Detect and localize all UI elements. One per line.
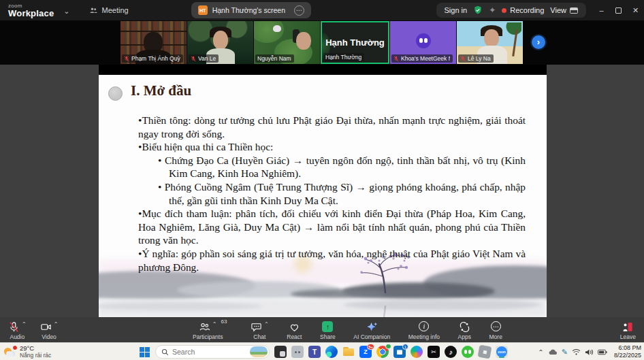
bullet-paragraph-4: •Ý nghĩa: góp phần soi sáng giá trị tư t…	[138, 247, 526, 274]
volume-icon[interactable]	[585, 348, 594, 356]
meeting-info-button[interactable]: i Meeting info	[408, 317, 440, 342]
folder-body	[343, 348, 354, 356]
participant-tile-pham-thi-anh-quynh[interactable]: Phạm Thị Ánh Quỳnh	[120, 21, 187, 64]
brand-workplace-label: Workplace	[8, 9, 54, 18]
participant-tile-nguyen-nam[interactable]: Nguyễn Nam	[254, 21, 320, 64]
onedrive-cloud-icon[interactable]	[548, 348, 558, 355]
audio-button[interactable]: ⌃ Audio	[8, 317, 27, 342]
search-highlight-landscape-thumbnail[interactable]	[250, 346, 268, 357]
meeting-people-icon	[89, 6, 98, 15]
bot-avatar	[416, 33, 431, 48]
tab-hanh-thuong-screen[interactable]: HT Hạnh Thường's screen ⋯	[191, 2, 311, 18]
zalo-notification-badge: 5+	[367, 344, 374, 350]
more-ellipsis-icon: ⋯	[491, 321, 501, 331]
ai-companion-label: AI Companion	[353, 333, 390, 340]
store-notification-badge: 1	[402, 344, 408, 350]
widget-dot	[295, 351, 297, 353]
participants-button[interactable]: 63 ⌃ Participants	[193, 317, 232, 342]
tiktok-icon[interactable]: ♪	[445, 346, 457, 358]
zoom-workplace-logo[interactable]: zoom Workplace	[8, 3, 54, 18]
participant-tile-meetgeek-bot[interactable]: Khoa's MeetGeek Note...	[390, 21, 456, 64]
apps-button[interactable]: Apps	[458, 317, 471, 342]
zoom-app-icon-active[interactable]: zoom	[496, 346, 508, 358]
task-view-button[interactable]	[274, 346, 287, 358]
muted-mic-icon	[8, 321, 20, 333]
sub-bullet-paragraph-2: • Phóng Cuồng Ngâm (Tuệ Trung Thượng Sĩ)…	[158, 180, 526, 207]
search-input[interactable]	[172, 348, 246, 356]
tab-meeting[interactable]: Meeting	[89, 6, 129, 15]
tab-options-icon[interactable]: ⋯	[294, 5, 304, 16]
tray-chevron-up-icon[interactable]: ⌃	[538, 348, 543, 356]
sub-bullet-paragraph-1: • Chứng Đạo Ca (Huyền Giác) → tuyên ngôn…	[158, 154, 526, 180]
copilot-icon[interactable]	[410, 346, 423, 358]
wifi-icon[interactable]	[572, 348, 581, 355]
shared-screen-black-bar	[99, 65, 547, 75]
music-note-icon: ♪	[449, 348, 453, 356]
participant-tile-hanh-thuong-active-speaker[interactable]: Hạnh Thường Hạnh Thường	[321, 21, 389, 64]
chat-label: Chat	[253, 333, 265, 340]
microsoft-teams-icon[interactable]: T	[308, 346, 321, 358]
weather-widget[interactable]: 29°C Nắng rải rác	[4, 344, 51, 360]
title-bar: zoom Workplace ⌄ Meeting HT Hạnh Thường'…	[0, 0, 644, 20]
microsoft-edge-icon[interactable]	[325, 346, 338, 358]
sign-in-button[interactable]: Sign in	[445, 6, 468, 14]
security-shield-icon[interactable]	[473, 5, 483, 15]
video-button[interactable]: ⌃ Video	[40, 317, 59, 342]
next-page-participants-button[interactable]: ›	[532, 35, 545, 49]
meeting-info-label: Meeting info	[408, 333, 440, 340]
maximize-button[interactable]	[610, 0, 627, 20]
widgets-button[interactable]	[291, 346, 304, 358]
taskbar-clock[interactable]: 6:08 PM 8/22/2025	[614, 344, 641, 359]
share-label: Share	[320, 333, 336, 340]
zalo-icon[interactable]: Z5+	[359, 346, 372, 358]
minimize-button[interactable]: –	[593, 0, 610, 20]
workspace-dropdown-caret-icon[interactable]: ⌄	[63, 7, 69, 16]
file-explorer-icon[interactable]	[342, 346, 355, 358]
taskbar-search-box[interactable]	[155, 345, 270, 359]
recording-dot-icon	[502, 8, 506, 13]
active-app-indicator	[499, 357, 504, 358]
capcut-icon[interactable]: ✂	[428, 346, 440, 358]
system-tray: ⌃ ✎ 6:08 PM 8/22/2025	[538, 343, 641, 360]
chrome-notification-badge	[385, 344, 391, 349]
slide-title-row: I. Mở đầu	[99, 75, 547, 109]
close-button[interactable]: ✕	[627, 0, 644, 20]
video-options-caret-icon[interactable]: ⌃	[54, 321, 59, 327]
store-bag-icon	[397, 350, 402, 355]
chat-bubble-icon	[251, 321, 262, 333]
heart-icon	[289, 321, 300, 333]
view-button[interactable]: View	[550, 6, 578, 14]
pen-device-icon[interactable]: ✎	[562, 348, 568, 357]
microsoft-store-icon[interactable]: 1	[393, 346, 406, 358]
google-chrome-icon[interactable]	[376, 346, 389, 358]
share-button[interactable]: ↑ Share	[320, 317, 336, 342]
bullet-paragraph-1: •Thiền tông: dòng tư tưởng chủ lưu Phật …	[138, 114, 526, 140]
participants-count-badge: 63	[221, 318, 227, 325]
taskbar-center-icons: T Z5+ 1 ✂ ♪ zoom	[138, 343, 508, 360]
react-button[interactable]: React	[287, 317, 302, 342]
view-label: View	[550, 6, 566, 14]
zoom-camera-icon: zoom	[496, 346, 507, 357]
ai-companion-button[interactable]: AI Companion	[353, 317, 390, 342]
start-button[interactable]	[138, 346, 150, 358]
participant-tiles: Phạm Thị Ánh Quỳnh Van Le	[120, 21, 523, 64]
audio-options-caret-icon[interactable]: ⌃	[22, 321, 27, 327]
date-text: 8/22/2025	[614, 352, 641, 359]
roblox-icon[interactable]	[478, 345, 492, 359]
more-button[interactable]: ⋯ More	[489, 317, 502, 342]
leave-button[interactable]: Leave	[620, 317, 636, 342]
chat-caret-icon[interactable]: ⌃	[264, 321, 269, 327]
battery-icon[interactable]	[598, 349, 607, 355]
more-label: More	[489, 333, 502, 340]
name-tag: Hạnh Thường	[323, 53, 364, 61]
ai-companion-titlebar-icon[interactable]: ✦	[489, 5, 496, 15]
chat-button[interactable]: ⌃ Chat	[251, 317, 269, 342]
green-character-app-icon[interactable]	[462, 346, 474, 358]
participant-tile-van-le[interactable]: Van Le	[187, 21, 253, 64]
bot-eye	[424, 38, 428, 43]
participant-name: Lê Ly Na	[468, 55, 491, 62]
participants-caret-icon[interactable]: ⌃	[212, 321, 217, 327]
participant-tile-le-ly-na[interactable]: Lê Ly Na	[457, 21, 523, 64]
leave-label: Leave	[620, 333, 636, 340]
recording-indicator[interactable]: Recording	[502, 6, 544, 14]
